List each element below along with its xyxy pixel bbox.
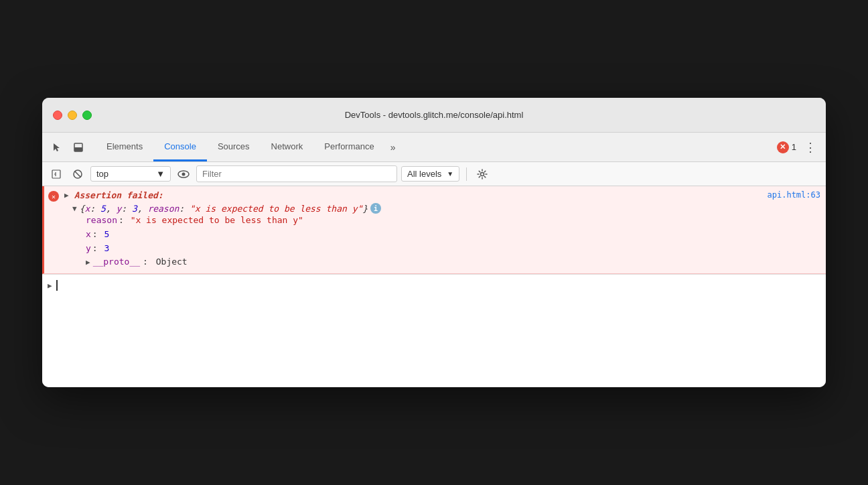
prop-y-value: 3 xyxy=(104,242,109,256)
proto-value: Object xyxy=(156,255,188,269)
prop-reason: reason : "x is expected to be less than … xyxy=(86,214,820,228)
prop-reason-key: reason xyxy=(86,214,117,228)
tab-elements[interactable]: Elements xyxy=(96,133,153,161)
console-content: ✕ ▶ Assertion failed: api.html:63 ▼ {x: … xyxy=(42,186,826,387)
error-badge[interactable]: ✕ 1 xyxy=(777,141,796,153)
error-file-link[interactable]: api.html:63 xyxy=(768,190,820,200)
minimize-button[interactable] xyxy=(68,111,77,120)
prop-x: x : 5 xyxy=(86,228,820,242)
svg-point-6 xyxy=(182,172,186,176)
info-icon[interactable]: i xyxy=(370,203,381,214)
prop-y: y : 3 xyxy=(86,242,820,256)
error-expand-arrow[interactable]: ▶ xyxy=(63,191,70,200)
maximize-button[interactable] xyxy=(82,111,92,120)
dock-button[interactable] xyxy=(69,138,88,157)
close-button[interactable] xyxy=(53,111,62,120)
cursor-tool-button[interactable] xyxy=(48,138,66,157)
tab-sources[interactable]: Sources xyxy=(207,133,261,161)
prop-reason-value: "x is expected to be less than y" xyxy=(131,214,303,228)
object-inline-preview: {x: 5, y: 3, reason: "x is expected to b… xyxy=(80,204,368,214)
object-properties: reason : "x is expected to be less than … xyxy=(72,214,820,269)
prop-proto: ▶ __proto__ : Object xyxy=(86,255,820,269)
context-selector[interactable]: top ▼ xyxy=(90,166,171,182)
main-toolbar: Elements Console Sources Network Perform… xyxy=(42,133,826,162)
context-arrow-icon: ▼ xyxy=(156,169,165,179)
svg-point-7 xyxy=(481,172,484,176)
prop-x-value: 5 xyxy=(104,228,109,242)
tab-network[interactable]: Network xyxy=(261,133,314,161)
devtools-window: DevTools - devtools.glitch.me/console/ap… xyxy=(42,98,826,387)
tab-console[interactable]: Console xyxy=(153,133,207,161)
toolbar-divider xyxy=(466,167,467,181)
execute-context-button[interactable] xyxy=(48,165,65,183)
proto-key: __proto__ xyxy=(93,255,140,269)
object-collapse-arrow[interactable]: ▼ xyxy=(72,204,77,213)
more-menu-button[interactable]: ⋮ xyxy=(800,137,820,157)
proto-expand-arrow[interactable]: ▶ xyxy=(86,257,90,269)
window-title: DevTools - devtools.glitch.me/console/ap… xyxy=(345,110,524,120)
error-title: Assertion failed: xyxy=(74,190,163,200)
settings-button[interactable] xyxy=(474,165,491,183)
error-object-body: ▼ {x: 5, y: 3, reason: "x is expected to… xyxy=(48,202,820,269)
object-header-line: ▼ {x: 5, y: 3, reason: "x is expected to… xyxy=(72,203,820,214)
error-row: ✕ ▶ Assertion failed: api.html:63 ▼ {x: … xyxy=(42,186,826,274)
svg-rect-2 xyxy=(52,170,60,178)
tab-performance[interactable]: Performance xyxy=(313,133,384,161)
clear-console-button[interactable] xyxy=(69,165,86,183)
toolbar-right: ✕ 1 ⋮ xyxy=(777,137,820,157)
log-levels-selector[interactable]: All levels ▼ xyxy=(401,166,459,182)
tab-bar: Elements Console Sources Network Perform… xyxy=(96,133,774,161)
console-input-line[interactable]: ▶ xyxy=(42,274,826,296)
input-prompt-arrow[interactable]: ▶ xyxy=(48,281,52,290)
svg-rect-1 xyxy=(74,147,82,151)
svg-line-4 xyxy=(75,171,81,177)
tab-overflow-button[interactable]: » xyxy=(385,133,401,161)
console-toolbar: top ▼ All levels ▼ xyxy=(42,162,826,186)
title-bar: DevTools - devtools.glitch.me/console/ap… xyxy=(42,98,826,133)
live-expressions-button[interactable] xyxy=(175,165,192,183)
input-cursor xyxy=(56,280,58,291)
error-badge-icon: ✕ xyxy=(777,141,789,153)
prop-y-key: y xyxy=(86,242,91,256)
error-icon: ✕ xyxy=(48,191,59,202)
prop-x-key: x xyxy=(86,228,91,242)
filter-input[interactable] xyxy=(196,165,397,182)
error-header: ✕ ▶ Assertion failed: api.html:63 xyxy=(48,190,820,202)
traffic-lights xyxy=(53,111,92,120)
